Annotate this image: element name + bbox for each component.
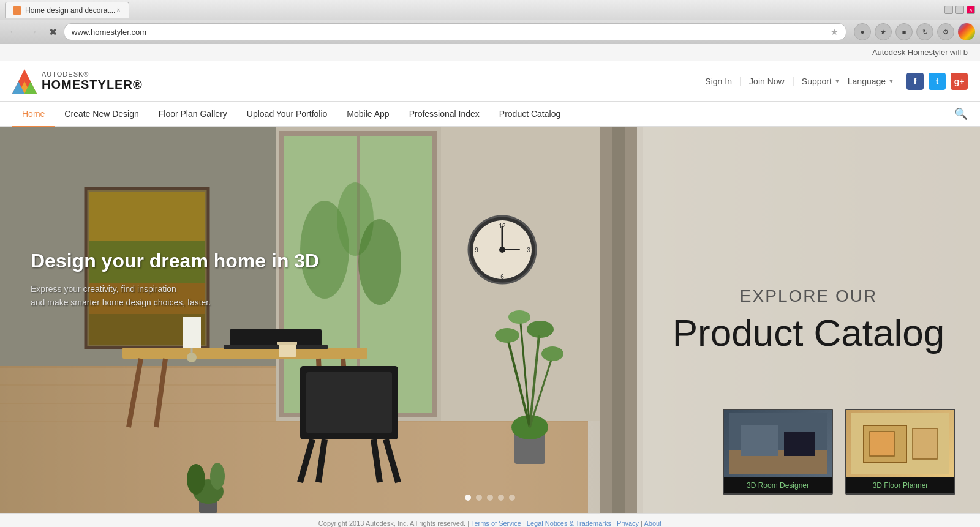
svg-point-64 (508, 310, 530, 324)
footer-about-link[interactable]: About (644, 520, 662, 527)
support-label: Support (802, 77, 832, 86)
svg-point-63 (527, 321, 554, 338)
svg-rect-24 (441, 127, 612, 421)
joinnow-link[interactable]: Join Now (749, 77, 785, 86)
slider-dot-2[interactable] (476, 495, 482, 501)
room-designer-label: 3D Room Designer (724, 477, 832, 493)
tab-favicon (13, 6, 21, 15)
catalog-title: Product Catalog (673, 312, 945, 354)
nav-item-professional[interactable]: Professional Index (399, 102, 489, 127)
svg-text:3: 3 (527, 247, 530, 253)
floor-planner-label: 3D Floor Planner (846, 477, 954, 493)
forward-button[interactable]: → (24, 23, 42, 40)
svg-rect-12 (89, 192, 205, 241)
address-bar[interactable]: www.homestyler.com ★ (64, 23, 846, 40)
support-button[interactable]: Support ▼ (802, 77, 840, 86)
hero-subtext-1: Express your creativity, find inspiratio… (31, 282, 319, 296)
tab-close-button[interactable]: × (115, 7, 121, 13)
logo-text: AUTODESK® HOMESTYLER® (42, 70, 143, 92)
googleplus-icon[interactable]: g+ (951, 73, 968, 90)
svg-rect-44 (279, 343, 296, 357)
svg-point-23 (358, 219, 401, 305)
signin-link[interactable]: Sign In (705, 77, 732, 86)
nav-item-portfolio[interactable]: Upload Your Portfolio (237, 102, 337, 127)
site-wrapper: Autodesk Homestyler will b AUTODESK® HOM… (0, 44, 980, 527)
announcement-bar: Autodesk Homestyler will b (0, 44, 980, 61)
url-text: www.homestyler.com (72, 28, 826, 37)
header-right: Sign In | Join Now | Support ▼ Language … (705, 73, 968, 90)
reload-button[interactable]: ✖ (44, 23, 61, 40)
svg-point-62 (495, 328, 519, 343)
svg-text:6: 6 (500, 274, 504, 280)
hero-headline: Design your dream home in 3D (31, 250, 319, 272)
header-sep-2: | (792, 76, 794, 87)
nav-item-home[interactable]: Home (12, 102, 55, 127)
bookmark-icon[interactable]: ★ (831, 27, 839, 37)
site-nav: Home Create New Design Floor Plan Galler… (0, 102, 980, 127)
svg-point-55 (210, 463, 225, 490)
social-icons: f t g+ (907, 73, 968, 90)
svg-rect-47 (306, 372, 392, 433)
svg-rect-70 (741, 425, 778, 456)
slider-dots (465, 495, 515, 501)
browser-chrome: Home design and decorat... × × ← → ✖ www… (0, 0, 980, 44)
history-icon[interactable]: ↻ (916, 23, 933, 40)
chrome-icon[interactable] (958, 23, 975, 40)
maximize-button[interactable] (956, 6, 964, 14)
browser-controls: ← → ✖ www.homestyler.com ★ ● ★ ■ ↻ ⚙ (0, 20, 980, 44)
floor-planner-preview (846, 410, 954, 477)
announcement-text: Autodesk Homestyler will b (872, 48, 968, 57)
minimize-button[interactable] (944, 6, 953, 14)
footer-legal-link[interactable]: Legal Notices & Trademarks (527, 520, 611, 527)
hero-text-overlay: Design your dream home in 3D Express you… (31, 250, 319, 310)
nav-item-floorplan[interactable]: Floor Plan Gallery (149, 102, 237, 127)
slider-dot-5[interactable] (509, 495, 515, 501)
svg-point-65 (541, 346, 564, 361)
language-label: Language (848, 77, 886, 86)
svg-text:9: 9 (475, 247, 478, 253)
svg-rect-45 (277, 342, 297, 345)
facebook-icon[interactable]: f (907, 73, 924, 90)
svg-point-54 (187, 464, 205, 495)
browser-tab[interactable]: Home design and decorat... × (5, 2, 129, 18)
language-button[interactable]: Language ▼ (848, 77, 894, 86)
svg-rect-74 (870, 432, 894, 456)
footer-terms-link[interactable]: Terms of Service (471, 520, 521, 527)
tab-title: Home design and decorat... (25, 6, 115, 15)
slider-dot-3[interactable] (487, 495, 493, 501)
footer-privacy-link[interactable]: Privacy (617, 520, 639, 527)
brand-label: HOMESTYLER® (42, 78, 143, 92)
nav-item-mobile[interactable]: Mobile App (337, 102, 399, 127)
room-designer-card[interactable]: 3D Room Designer (723, 409, 833, 495)
svg-rect-39 (183, 317, 201, 348)
slider-dot-4[interactable] (498, 495, 504, 501)
autodesk-logo-icon (12, 69, 37, 94)
svg-rect-71 (784, 432, 815, 456)
site-header: AUTODESK® HOMESTYLER® Sign In | Join Now… (0, 61, 980, 102)
hero-subtext-2: and make smarter home design choices, fa… (31, 296, 319, 309)
hero-section: 12 3 6 9 (0, 127, 980, 513)
language-dropdown-arrow: ▼ (888, 78, 894, 84)
close-button[interactable]: × (967, 6, 975, 14)
thumbnail-cards: 3D Room Designer 3D Floor Planner (723, 409, 956, 495)
svg-rect-75 (913, 428, 937, 459)
svg-point-41 (187, 353, 197, 362)
browser-titlebar: Home design and decorat... × × (0, 0, 980, 20)
settings-icon[interactable]: ⚙ (937, 23, 954, 40)
autodesk-label: AUTODESK® (42, 70, 143, 78)
back-button[interactable]: ← (5, 23, 22, 40)
twitter-icon[interactable]: t (929, 73, 946, 90)
nav-item-create[interactable]: Create New Design (55, 102, 148, 127)
browser-icons: ● ★ ■ ↻ ⚙ (854, 23, 975, 40)
svg-rect-8 (0, 421, 588, 422)
floor-planner-card[interactable]: 3D Floor Planner (845, 409, 956, 495)
svg-rect-43 (224, 345, 328, 349)
nav-item-catalog[interactable]: Product Catalog (489, 102, 570, 127)
slider-dot-1[interactable] (465, 495, 471, 501)
room-designer-preview (724, 410, 832, 477)
search-icon[interactable]: 🔍 (954, 107, 968, 121)
svg-text:12: 12 (499, 223, 506, 230)
bookmark-manager-icon[interactable]: ★ (875, 23, 892, 40)
user-icon[interactable]: ● (854, 23, 871, 40)
extensions-icon[interactable]: ■ (895, 23, 913, 40)
